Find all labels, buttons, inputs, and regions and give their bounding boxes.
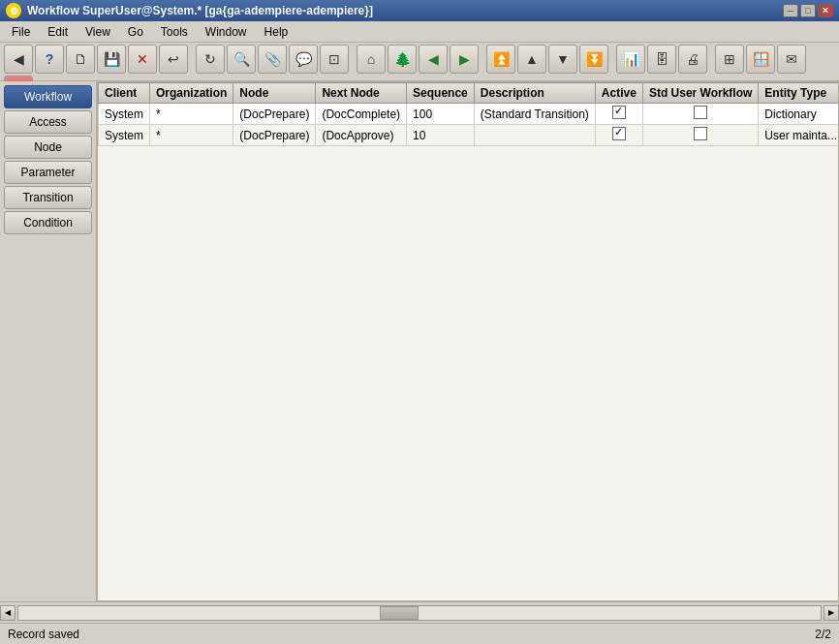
main-area: Workflow Access Node Parameter Transitio… [0, 81, 839, 601]
cell-next-node: (DocApprove) [316, 125, 407, 146]
app-icon: ⚙ [6, 3, 21, 18]
std-user-workflow-checkbox-2[interactable] [694, 127, 707, 140]
cell-active[interactable] [595, 125, 642, 146]
tree-button[interactable]: 🌲 [388, 45, 417, 74]
cell-active[interactable] [595, 104, 642, 125]
transition-table: Client Organization Node Next Node Seque… [98, 82, 839, 146]
col-std-user-workflow[interactable]: Std User Workflow [642, 83, 758, 104]
print-button[interactable]: 🖨 [678, 45, 707, 74]
std-user-workflow-checkbox-1[interactable] [694, 106, 707, 119]
cell-node: (DocPrepare) [233, 104, 316, 125]
minimize-button[interactable]: ─ [783, 4, 798, 17]
col-organization[interactable]: Organization [150, 83, 233, 104]
content-area: Client Organization Node Next Node Seque… [97, 81, 839, 601]
cell-entity-type: User mainta... [759, 125, 839, 146]
sidebar: Workflow Access Node Parameter Transitio… [0, 81, 97, 601]
menu-file[interactable]: File [4, 23, 38, 41]
cell-node: (DocPrepare) [233, 125, 316, 146]
status-bar: Record saved 2/2 [0, 623, 839, 644]
menu-tools[interactable]: Tools [153, 23, 196, 41]
status-message: Record saved [8, 628, 79, 641]
record-info: 2/2 [815, 628, 831, 641]
home-button[interactable]: ⌂ [357, 45, 386, 74]
save-button[interactable]: 💾 [97, 45, 126, 74]
cell-entity-type: Dictionary [759, 104, 839, 125]
report-button[interactable]: 📊 [616, 45, 645, 74]
maximize-button[interactable]: □ [800, 4, 816, 17]
scrollbar-area: ◀ ▶ [0, 601, 839, 623]
delete-button[interactable]: ✕ [128, 45, 157, 74]
tab-condition[interactable]: Condition [4, 211, 92, 234]
find-button[interactable]: 🔍 [227, 45, 256, 74]
active-checkbox-1[interactable] [612, 106, 626, 119]
cell-organization: * [150, 125, 233, 146]
menu-view[interactable]: View [78, 23, 118, 41]
prev-rec-button[interactable]: ▲ [517, 45, 546, 74]
cell-sequence: 100 [407, 104, 475, 125]
menu-go[interactable]: Go [120, 23, 151, 41]
menu-edit[interactable]: Edit [40, 23, 76, 41]
prev-button[interactable]: ◀ [419, 45, 448, 74]
title-bar: ⚙ Workflow SuperUser@System.* [ga{ga-ade… [0, 0, 839, 21]
col-active[interactable]: Active [595, 83, 642, 104]
undo-button[interactable]: ↩ [159, 45, 188, 74]
help-button[interactable]: ? [35, 45, 64, 74]
menu-help[interactable]: Help [257, 23, 296, 41]
tab-access[interactable]: Access [4, 110, 92, 134]
next-rec-button[interactable]: ▼ [548, 45, 577, 74]
cell-description [474, 125, 595, 146]
tab-transition[interactable]: Transition [4, 186, 92, 209]
cell-organization: * [150, 104, 233, 125]
last-button[interactable]: ⏬ [579, 45, 608, 74]
attach-button[interactable]: 📎 [258, 45, 287, 74]
window-title: Workflow SuperUser@System.* [ga{ga-ademp… [27, 4, 373, 17]
col-node[interactable]: Node [233, 83, 316, 104]
scroll-right-button[interactable]: ▶ [823, 605, 839, 621]
cell-description: (Standard Transition) [474, 104, 595, 125]
table-row[interactable]: System * (DocPrepare) (DocComplete) 100 … [99, 104, 840, 125]
mail-button[interactable]: ✉ [777, 45, 806, 74]
table-row[interactable]: System * (DocPrepare) (DocApprove) 10 Us… [99, 125, 840, 146]
tab-workflow[interactable]: Workflow [4, 85, 92, 108]
cell-std-user-workflow[interactable] [642, 125, 758, 146]
cell-client: System [99, 104, 150, 125]
menu-bar: File Edit View Go Tools Window Help [0, 21, 839, 43]
cell-std-user-workflow[interactable] [642, 104, 758, 125]
col-client[interactable]: Client [99, 83, 150, 104]
first-button[interactable]: ⏫ [486, 45, 515, 74]
col-description[interactable]: Description [474, 83, 595, 104]
next-button[interactable]: ▶ [450, 45, 479, 74]
menu-window[interactable]: Window [198, 23, 255, 41]
cell-sequence: 10 [407, 125, 475, 146]
window-btn[interactable]: 🪟 [746, 45, 775, 74]
cell-client: System [99, 125, 150, 146]
horizontal-scrollbar[interactable] [17, 605, 822, 621]
new-button[interactable]: 🗋 [66, 45, 95, 74]
refresh-button[interactable]: ↻ [196, 45, 225, 74]
multi-button[interactable]: ⊞ [715, 45, 744, 74]
col-entity-type[interactable]: Entity Type [759, 83, 839, 104]
toolbar: ◀ ? 🗋 💾 ✕ ↩ ↻ 🔍 📎 💬 ⊡ ⌂ 🌲 ◀ ▶ ⏫ ▲ ▼ ⏬ 📊 … [0, 43, 839, 81]
scroll-left-button[interactable]: ◀ [0, 605, 16, 621]
tab-node[interactable]: Node [4, 136, 92, 159]
col-next-node[interactable]: Next Node [316, 83, 407, 104]
col-sequence[interactable]: Sequence [407, 83, 475, 104]
zoom-button[interactable]: ⊡ [320, 45, 349, 74]
back-button[interactable]: ◀ [4, 45, 33, 74]
cell-next-node: (DocComplete) [316, 104, 407, 125]
scrollbar-thumb[interactable] [380, 606, 419, 620]
active-checkbox-2[interactable] [612, 127, 626, 140]
tab-parameter[interactable]: Parameter [4, 161, 92, 184]
archive-button[interactable]: 🗄 [647, 45, 676, 74]
chat-button[interactable]: 💬 [289, 45, 318, 74]
close-window-button[interactable]: ✕ [818, 4, 833, 17]
